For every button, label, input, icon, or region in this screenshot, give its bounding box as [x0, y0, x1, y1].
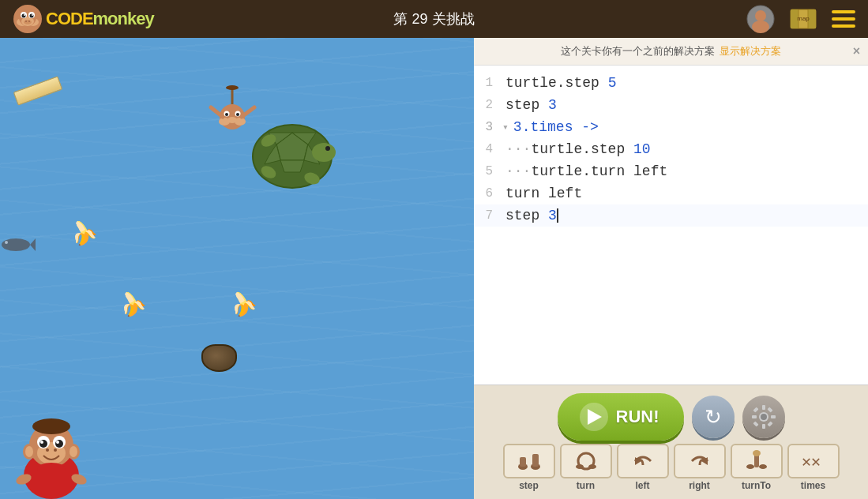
line-num-2: 2 [474, 98, 502, 112]
svg-point-67 [54, 448, 57, 452]
run-button[interactable]: RUN! [558, 393, 684, 441]
code-panel: 这个关卡你有一个之前的解决方案 显示解决方案 × 1 turtle.step 5… [474, 38, 868, 499]
cmd-label-right: right [689, 480, 710, 491]
svg-point-31 [225, 113, 228, 116]
svg-point-32 [236, 113, 239, 116]
line-num-4: 4 [474, 142, 502, 156]
svg-point-93 [759, 464, 767, 469]
line-content-4: ···turtle.step 10 [502, 141, 868, 157]
line-content-3: 3.times -> [510, 119, 868, 135]
svg-point-12 [25, 21, 27, 22]
fish-decoration [0, 237, 36, 257]
cmd-icon-right [674, 444, 726, 478]
svg-point-88 [576, 464, 584, 469]
avatar-icon[interactable] [746, 5, 775, 33]
svg-point-92 [746, 464, 754, 469]
main-content: 🍌 🍌 🍌 [0, 38, 868, 499]
svg-point-33 [227, 117, 237, 123]
svg-point-52 [5, 241, 8, 244]
svg-point-66 [46, 448, 49, 452]
cmd-icon-turn [560, 444, 612, 478]
svg-point-9 [24, 14, 25, 16]
svg-point-95 [753, 450, 761, 456]
svg-point-62 [39, 440, 47, 448]
cmd-block-step[interactable]: step [503, 444, 555, 491]
logo-text: CODE monkey [46, 9, 154, 29]
svg-rect-24 [832, 17, 855, 21]
svg-point-7 [22, 14, 26, 18]
code-editor[interactable]: 1 turtle.step 5 2 step 3 3 ▾ 3.times -> … [474, 66, 868, 385]
svg-rect-75 [762, 405, 765, 410]
cmd-block-right[interactable]: right [674, 444, 726, 491]
svg-point-64 [40, 441, 43, 444]
code-line-3: 3 ▾ 3.times -> [474, 116, 868, 138]
svg-rect-70 [41, 466, 62, 478]
svg-point-57 [25, 446, 33, 457]
reset-button[interactable]: ↻ [692, 396, 735, 438]
line-num-7: 7 [474, 208, 502, 223]
play-icon [580, 403, 608, 431]
svg-point-45 [312, 143, 336, 162]
bottom-panel: RUN! ↻ [474, 385, 868, 499]
reset-icon: ↻ [705, 405, 722, 430]
app-header: CODE monkey 第 29 关挑战 map [0, 0, 868, 38]
run-row: RUN! ↻ [550, 393, 793, 441]
svg-point-68 [32, 418, 70, 434]
cmd-block-left[interactable]: left [617, 444, 669, 491]
ruler-decoration [13, 76, 63, 105]
svg-point-65 [56, 441, 59, 444]
cmd-label-left: left [636, 480, 650, 491]
svg-point-15 [755, 10, 766, 21]
line-content-7: step 3 [502, 208, 868, 223]
run-label: RUN! [616, 407, 659, 427]
cmd-block-turnTo[interactable]: turnTo [731, 444, 783, 491]
gear-icon [750, 403, 777, 430]
svg-point-13 [28, 21, 30, 22]
level-title: 第 29 关挑战 [393, 9, 474, 28]
svg-rect-25 [832, 24, 855, 28]
logo-monkey-icon [13, 4, 43, 34]
banana-decoration-1: 🍌 [66, 216, 101, 250]
svg-point-11 [24, 20, 32, 24]
show-solution-link[interactable]: 显示解决方案 [720, 44, 781, 58]
notification-bar: 这个关卡你有一个之前的解决方案 显示解决方案 × [474, 38, 868, 66]
code-line-4: 4 ···turtle.step 10 [474, 138, 868, 160]
monkey-character [0, 388, 103, 499]
svg-point-58 [70, 446, 77, 457]
banana-decoration-2: 🍌 [115, 287, 150, 321]
cmd-icon-times: ✕✕ [787, 444, 840, 478]
notification-close-button[interactable]: × [853, 44, 860, 58]
header-icons: map [746, 5, 855, 33]
svg-point-10 [32, 14, 33, 16]
svg-point-63 [55, 440, 63, 448]
cmd-block-turn[interactable]: turn [560, 444, 612, 491]
notification-text: 这个关卡你有一个之前的解决方案 [561, 44, 715, 58]
code-line-2: 2 step 3 [474, 94, 868, 116]
turtle-decoration [245, 117, 340, 200]
svg-marker-44 [280, 160, 304, 172]
svg-point-74 [761, 414, 767, 420]
code-line-7[interactable]: 7 step 3 [474, 204, 868, 227]
line-num-6: 6 [474, 186, 502, 201]
cmd-block-times[interactable]: ✕✕ times [787, 444, 840, 491]
code-line-1: 1 turtle.step 5 [474, 72, 868, 94]
line-content-5: ···turtle.turn left [502, 163, 868, 179]
command-blocks: step turn [498, 444, 844, 491]
code-line-5: 5 ···turtle.turn left [474, 160, 868, 182]
line-content-2: step 3 [502, 97, 868, 113]
menu-icon[interactable] [832, 10, 855, 28]
fold-indicator: ▾ [502, 121, 509, 133]
svg-rect-77 [752, 415, 757, 418]
cmd-label-turnTo: turnTo [742, 480, 771, 491]
svg-rect-76 [762, 424, 765, 429]
svg-marker-51 [30, 238, 36, 251]
svg-rect-85 [520, 457, 526, 467]
svg-rect-23 [832, 10, 855, 13]
settings-button[interactable] [742, 396, 785, 438]
map-icon[interactable]: map [789, 5, 817, 33]
line-num-5: 5 [474, 164, 502, 178]
code-line-6: 6 turn left [474, 182, 868, 204]
game-area: 🍌 🍌 🍌 [0, 38, 474, 499]
svg-point-89 [588, 464, 596, 469]
svg-rect-79 [753, 407, 758, 412]
